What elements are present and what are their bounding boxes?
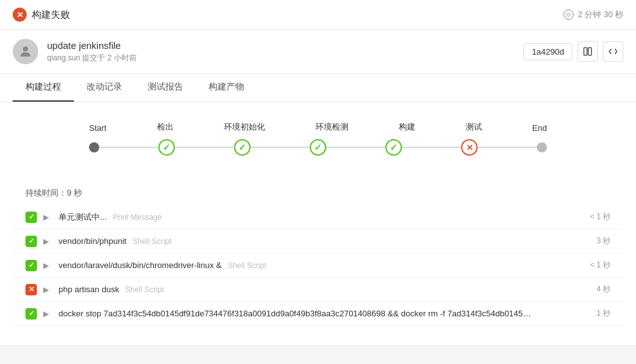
test-fail-icon: ✕	[466, 143, 473, 152]
log-row-1[interactable]: ✓ ▶ 单元测试中... Print Message < 1 秒	[13, 205, 623, 229]
node-start	[89, 142, 99, 152]
node-test: ✕	[461, 139, 478, 156]
status-dot-2: ✓	[25, 236, 37, 247]
stage-test: 测试	[466, 121, 482, 133]
pipeline-nodes-row: ✓ ✓ ✓ ✓ ✕	[89, 139, 547, 156]
pipeline-labels-row: Start 检出 环境初始化 环境检测 构建 测试 End	[89, 121, 547, 133]
node-build: ✓	[385, 139, 402, 156]
build-status-badge: ✕ 构建失败	[13, 8, 70, 22]
stage-end: End	[532, 123, 547, 133]
stage-checkout-label: 检出	[157, 121, 174, 133]
commit-actions: 1a4290d	[523, 41, 623, 62]
log-sub-text-1: Print Message	[113, 213, 162, 222]
tab-test-report[interactable]: 测试报告	[135, 74, 196, 102]
diff-icon-button[interactable]	[577, 41, 598, 62]
log-time-4: 4 秒	[597, 284, 611, 295]
status-dot-1: ✓	[25, 212, 37, 223]
top-bar: ✕ 构建失败 ⊙ 2 分钟 30 秒	[0, 0, 636, 30]
tab-changes[interactable]: 改动记录	[74, 74, 135, 102]
expand-arrow-2[interactable]: ▶	[43, 237, 52, 246]
stage-build: 构建	[399, 121, 415, 133]
avatar	[13, 39, 38, 64]
stage-env-check-label: 环境检测	[315, 121, 349, 133]
node-env-check: ✓	[310, 139, 326, 156]
commit-sub: qiang.sun 提交于 2 小时前	[47, 53, 137, 64]
stage-start-label: Start	[89, 123, 106, 133]
pipe-line-3	[251, 147, 310, 148]
build-time-label: 2 分钟 30 秒	[577, 9, 623, 20]
log-main-text-4: php artisan dusk Shell Script	[59, 285, 590, 294]
user-icon	[18, 44, 33, 59]
env-init-check-icon: ✓	[238, 142, 246, 152]
stage-end-label: End	[532, 123, 547, 133]
pipe-line-1	[99, 147, 158, 148]
log-time-2: 3 秒	[597, 236, 611, 246]
commit-title: update jenkinsfile	[47, 40, 137, 51]
log-script-tag-4: Shell Script	[125, 285, 164, 294]
commit-bar: update jenkinsfile qiang.sun 提交于 2 小时前 1…	[0, 30, 636, 74]
stage-build-label: 构建	[399, 121, 415, 133]
status-dot-5: ✓	[25, 308, 37, 320]
svg-point-0	[23, 46, 28, 51]
fail-icon: ✕	[13, 8, 27, 22]
pipe-line-5	[402, 147, 461, 148]
status-dot-3: ✓	[25, 260, 37, 271]
tab-build-process[interactable]: 构建过程	[13, 74, 74, 102]
log-main-text-2: vendor/bin/phpunit Shell Script	[59, 236, 590, 246]
log-row-3[interactable]: ✓ ▶ vendor/laravel/dusk/bin/chromedriver…	[13, 253, 623, 278]
stage-checkout: 检出	[157, 121, 174, 133]
env-check-check-icon: ✓	[314, 142, 322, 152]
build-status-label: 构建失败	[32, 9, 70, 21]
pipe-line-2	[175, 147, 234, 148]
log-area: 持续时间：9 秒 ✓ ▶ 单元测试中... Print Message < 1 …	[13, 181, 623, 332]
stage-start: Start	[89, 123, 106, 133]
tabs-bar: 构建过程 改动记录 测试报告 构建产物	[0, 74, 636, 102]
main-content: Start 检出 环境初始化 环境检测 构建 测试 End	[0, 102, 636, 345]
stage-test-label: 测试	[466, 121, 482, 133]
log-main-text-5: docker stop 7ad314f3c54db0145df91de73447…	[59, 309, 536, 318]
log-time-1: < 1 秒	[590, 212, 611, 222]
log-row-2[interactable]: ✓ ▶ vendor/bin/phpunit Shell Script 3 秒	[13, 229, 623, 253]
log-time-3: < 1 秒	[590, 260, 611, 271]
log-main-text-3: vendor/laravel/dusk/bin/chromedriver-lin…	[59, 260, 584, 270]
stage-env-init: 环境初始化	[224, 121, 265, 133]
expand-arrow-5[interactable]: ▶	[43, 309, 52, 318]
code-icon	[608, 46, 618, 57]
log-script-tag-2: Shell Script	[133, 237, 172, 246]
code-icon-button[interactable]	[603, 41, 623, 62]
diff-icon	[583, 46, 593, 57]
commit-left: update jenkinsfile qiang.sun 提交于 2 小时前	[13, 39, 137, 64]
commit-info: update jenkinsfile qiang.sun 提交于 2 小时前	[47, 40, 137, 64]
log-script-tag-3: Shell Script	[228, 261, 266, 270]
pipe-line-4	[326, 147, 385, 148]
log-time-5: 1 秒	[597, 308, 611, 319]
expand-arrow-3[interactable]: ▶	[43, 261, 52, 270]
clock-icon: ⊙	[563, 10, 574, 20]
build-check-icon: ✓	[390, 142, 398, 152]
expand-arrow-4[interactable]: ▶	[43, 285, 52, 294]
svg-rect-1	[584, 48, 587, 55]
spacer	[13, 162, 623, 181]
stage-env-init-label: 环境初始化	[224, 121, 265, 133]
stage-env-check: 环境检测	[315, 121, 349, 133]
duration-label: 持续时间：9 秒	[13, 181, 623, 205]
node-end	[537, 142, 547, 152]
commit-hash-button[interactable]: 1a4290d	[523, 43, 572, 60]
pipeline-wrapper: Start 检出 环境初始化 环境检测 构建 测试 End	[89, 121, 547, 156]
log-row-4[interactable]: ✕ ▶ php artisan dusk Shell Script 4 秒	[13, 278, 623, 302]
node-checkout: ✓	[158, 139, 175, 156]
log-main-text-1: 单元测试中... Print Message	[59, 212, 584, 223]
svg-rect-2	[588, 48, 591, 55]
checkout-check-icon: ✓	[163, 142, 170, 152]
expand-arrow-1[interactable]: ▶	[43, 213, 52, 222]
node-env-init: ✓	[234, 139, 251, 156]
log-row-5[interactable]: ✓ ▶ docker stop 7ad314f3c54db0145df91de7…	[13, 302, 623, 326]
tab-artifacts[interactable]: 构建产物	[196, 74, 257, 102]
pipe-line-6	[478, 147, 537, 148]
build-time-info: ⊙ 2 分钟 30 秒	[563, 9, 623, 20]
status-dot-4: ✕	[25, 284, 37, 295]
